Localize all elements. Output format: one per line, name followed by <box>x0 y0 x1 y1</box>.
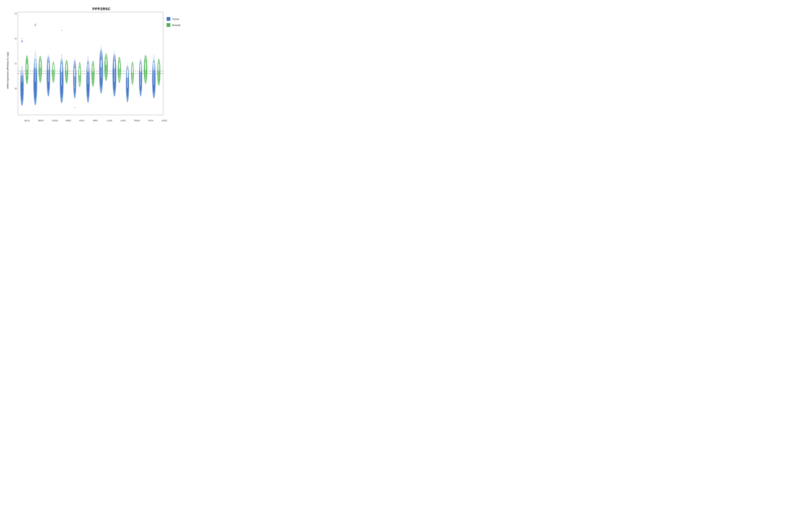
chart-container: PPP2R5C mRNA Expression (RNASeq V2, log2… <box>4 4 199 122</box>
svg-rect-5 <box>21 40 22 41</box>
svg-rect-71 <box>22 96 22 96</box>
svg-rect-386 <box>48 63 49 70</box>
svg-rect-185 <box>74 90 75 90</box>
svg-rect-390 <box>74 68 75 76</box>
svg-rect-391 <box>79 68 80 75</box>
svg-rect-397 <box>119 63 120 69</box>
svg-rect-347 <box>153 90 154 90</box>
legend-area: Tumor Normal <box>163 12 199 115</box>
svg-rect-387 <box>53 65 54 70</box>
plot-box <box>18 12 163 115</box>
svg-rect-317 <box>140 89 141 89</box>
legend-box-normal <box>167 23 170 27</box>
svg-rect-394 <box>101 60 102 67</box>
plot-and-xaxis: 13 12 11 10 9 <box>11 12 199 122</box>
svg-rect-384 <box>35 61 36 68</box>
svg-rect-13 <box>35 24 36 25</box>
svg-rect-359 <box>158 80 159 80</box>
chart-title: PPP2R5C <box>4 4 199 12</box>
svg-rect-402 <box>153 62 154 70</box>
svg-rect-133 <box>48 90 49 90</box>
svg-rect-73 <box>22 99 22 100</box>
y-tick-10: 10 <box>14 88 17 90</box>
y-tick-11: 11 <box>14 62 17 65</box>
svg-rect-187 <box>74 94 75 94</box>
legend-item-tumor: Tumor <box>167 17 199 21</box>
svg-rect-293 <box>127 96 128 96</box>
svg-rect-106 <box>35 97 35 97</box>
svg-rect-105 <box>35 95 35 95</box>
svg-rect-382 <box>21 68 22 75</box>
y-tick-12: 12 <box>14 37 17 40</box>
svg-rect-388 <box>61 65 62 72</box>
legend-label-normal: Normal <box>172 24 180 26</box>
svg-rect-72 <box>22 98 22 98</box>
svg-rect-396 <box>114 62 115 69</box>
svg-rect-134 <box>48 91 49 92</box>
svg-rect-399 <box>132 66 133 73</box>
legend-box-tumor <box>167 17 170 21</box>
svg-rect-12 <box>35 24 36 24</box>
svg-rect-158 <box>61 92 62 92</box>
svg-rect-389 <box>66 65 67 71</box>
svg-rect-304 <box>132 82 133 82</box>
violin-svg <box>18 12 163 115</box>
svg-rect-398 <box>127 70 128 78</box>
svg-rect-385 <box>40 61 41 68</box>
svg-rect-403 <box>158 64 159 71</box>
svg-rect-144 <box>61 55 62 55</box>
svg-rect-392 <box>88 64 89 71</box>
svg-rect-383 <box>27 64 28 69</box>
svg-rect-23 <box>61 30 62 31</box>
svg-rect-395 <box>106 59 107 65</box>
svg-rect-14 <box>35 25 36 26</box>
svg-rect-292 <box>127 94 128 94</box>
svg-rect-6 <box>21 41 23 41</box>
svg-rect-346 <box>153 88 154 88</box>
svg-rect-189 <box>74 98 75 98</box>
svg-rect-104 <box>35 93 35 93</box>
legend-item-normal: Normal <box>167 23 199 27</box>
svg-rect-157 <box>61 90 62 90</box>
plot-with-yaxis: 13 12 11 10 9 <box>11 12 199 115</box>
chart-area: mRNA Expression (RNASeq V2, log2) 13 12 … <box>4 12 199 122</box>
svg-rect-7 <box>21 42 23 42</box>
y-tick-13: 13 <box>14 12 17 15</box>
svg-rect-215 <box>88 92 88 92</box>
svg-rect-216 <box>88 94 88 94</box>
x-axis: BLCA BRCA COAD HNSC KICH KIRC LUAD LUSC … <box>11 115 199 122</box>
svg-rect-188 <box>74 96 75 96</box>
svg-rect-400 <box>140 65 141 71</box>
svg-rect-28 <box>74 107 75 108</box>
svg-rect-268 <box>114 89 114 89</box>
svg-rect-401 <box>145 62 146 70</box>
svg-rect-186 <box>74 92 75 92</box>
svg-rect-393 <box>93 66 94 71</box>
y-axis-label: mRNA Expression (RNASeq V2, log2) <box>4 12 11 122</box>
y-ticks: 13 12 11 10 9 <box>11 12 18 115</box>
legend-label-tumor: Tumor <box>172 17 179 20</box>
